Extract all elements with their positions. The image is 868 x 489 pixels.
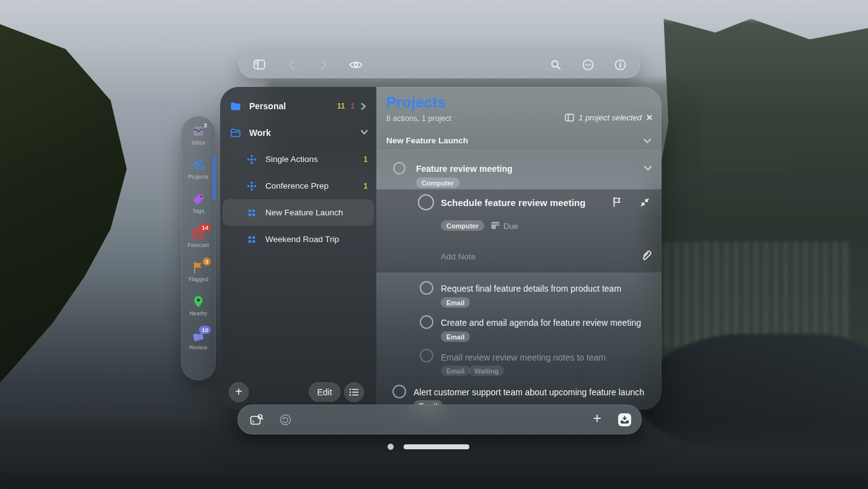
background-trees — [645, 19, 868, 366]
quick-open-icon[interactable] — [250, 414, 264, 426]
task-checkbox[interactable] — [418, 194, 434, 210]
forecast-badge: 14 — [199, 223, 211, 231]
view-eye-icon[interactable] — [349, 58, 363, 71]
count-badge-yellow: 1 — [363, 182, 368, 191]
due-calendar-icon[interactable] — [490, 220, 500, 230]
forward-icon[interactable] — [317, 58, 330, 71]
rail-label-nearby: Nearby — [190, 310, 208, 316]
undo-icon[interactable] — [280, 414, 291, 426]
sidebar-item-label: Conference Prep — [265, 181, 329, 191]
folder-open-icon — [230, 127, 241, 138]
tag-pill[interactable]: Email — [441, 297, 470, 308]
rail-item-tags[interactable]: Tags — [181, 192, 216, 227]
rail-label-inbox: Inbox — [192, 140, 205, 146]
sidebar-item-label: New Feature Launch — [265, 208, 343, 217]
background-rock — [639, 334, 868, 452]
attachment-paperclip-icon[interactable] — [640, 249, 652, 261]
folder-icon — [230, 101, 241, 112]
single-actions-icon — [246, 154, 257, 165]
rail-item-flagged[interactable]: 3 Flagged — [181, 261, 216, 295]
forecast-icon: 14 — [192, 227, 205, 240]
search-icon[interactable] — [549, 58, 562, 71]
rail-item-nearby[interactable]: Nearby — [181, 295, 216, 329]
back-icon[interactable] — [285, 58, 298, 71]
chevron-down-icon[interactable] — [644, 165, 652, 171]
sidebar-footer: + Edit — [220, 382, 376, 402]
count-badge-yellow: 1 — [363, 155, 368, 164]
flag-icon[interactable] — [613, 197, 622, 207]
projects-content: Projects 8 actions, 1 project 1 project … — [376, 87, 662, 410]
note-placeholder[interactable]: Add Note — [441, 252, 476, 261]
rail-item-forecast[interactable]: 14 Forecast — [181, 227, 216, 261]
sidebar-toggle-icon[interactable] — [252, 58, 266, 71]
due-label[interactable]: Due — [503, 222, 518, 231]
rail-item-review[interactable]: 10 Review — [181, 329, 216, 363]
flagged-icon: 3 — [192, 261, 205, 274]
task-title[interactable]: Create and email agenda for feature revi… — [441, 318, 641, 328]
nearby-icon — [192, 295, 205, 308]
review-badge: 10 — [199, 326, 211, 334]
omnifocus-window: Personal 11 1 Work — [220, 87, 662, 410]
inbox-badge: 2 — [202, 121, 210, 129]
tag-pill[interactable]: Email — [441, 366, 470, 376]
sidebar-item-new-feature-launch[interactable]: New Feature Launch — [223, 199, 374, 226]
page-title: Projects — [386, 94, 446, 111]
task-checkbox[interactable] — [392, 385, 406, 398]
inbox-icon: 2 — [192, 124, 205, 138]
project-group-header[interactable]: New Feature Launch — [376, 132, 662, 150]
task-checkbox[interactable] — [393, 162, 405, 174]
more-options-icon[interactable] — [581, 58, 595, 71]
rail-label-tags: Tags — [193, 208, 205, 214]
task-title[interactable]: Email review review meeting notes to tea… — [441, 352, 606, 362]
sidebar-item-single-actions[interactable]: Single Actions 1 — [220, 146, 376, 173]
view-options-button[interactable] — [344, 382, 364, 402]
sidebar-item-conference-prep[interactable]: Conference Prep 1 — [220, 173, 376, 199]
sidebar-item-personal[interactable]: Personal 11 1 — [220, 92, 376, 119]
collapse-icon[interactable] — [640, 197, 650, 207]
new-item-button[interactable]: + — [593, 411, 601, 428]
task-checkbox[interactable] — [420, 349, 433, 362]
background-water-reflection — [645, 242, 849, 348]
selected-pane-icon — [565, 114, 574, 122]
edit-button[interactable]: Edit — [309, 382, 340, 402]
rail-item-projects[interactable]: Projects — [181, 158, 216, 192]
tags-icon — [192, 192, 205, 206]
review-icon: 10 — [192, 329, 205, 343]
rail-item-inbox[interactable]: 2 Inbox — [181, 124, 216, 158]
selection-status-label: 1 project selected — [578, 113, 642, 122]
task-title[interactable]: Alert customer support team about upcomi… — [414, 387, 644, 397]
sidebar-item-weekend-road-trip[interactable]: Weekend Road Trip — [220, 226, 376, 253]
projects-sidebar: Personal 11 1 Work — [220, 87, 376, 410]
count-badge-red: 1 — [350, 102, 355, 110]
sidebar-item-label: Single Actions — [265, 155, 318, 164]
info-icon[interactable] — [613, 58, 627, 71]
window-drag-bar[interactable] — [404, 444, 469, 449]
page-subtitle: 8 actions, 1 project — [386, 114, 451, 123]
task-title[interactable]: Request final feature details from produ… — [441, 284, 621, 294]
task-checkbox[interactable] — [420, 281, 433, 295]
bottom-toolbar: + — [237, 405, 642, 434]
send-to-inbox-button[interactable] — [618, 413, 632, 427]
top-toolbar — [239, 51, 640, 78]
chevron-down-icon[interactable] — [643, 138, 652, 144]
add-item-button[interactable]: + — [229, 382, 249, 402]
sidebar-item-label: Work — [249, 128, 271, 138]
close-selection-icon[interactable]: ✕ — [646, 114, 653, 122]
sidebar-item-work[interactable]: Work — [220, 119, 376, 146]
group-header-label: New Feature Launch — [386, 136, 468, 145]
perspective-rail: 2 Inbox Projects Tags 14 Forecast 3 Flag… — [181, 116, 216, 380]
rail-label-forecast: Forecast — [188, 242, 210, 248]
window-close-button[interactable] — [388, 444, 394, 450]
tag-pill[interactable]: Waiting — [469, 366, 504, 376]
task-checkbox[interactable] — [420, 315, 433, 329]
task-title[interactable]: Feature review meeting — [416, 164, 513, 174]
rail-label-flagged: Flagged — [188, 276, 208, 282]
selection-status: 1 project selected ✕ — [565, 113, 653, 122]
chevron-right-icon — [360, 102, 368, 110]
tag-pill[interactable]: Email — [441, 331, 470, 342]
tag-pill[interactable]: Computer — [416, 177, 459, 188]
task-title[interactable]: Schedule feature review meeting — [441, 197, 585, 208]
chevron-down-icon — [360, 129, 368, 137]
tag-pill[interactable]: Computer — [441, 220, 484, 231]
sidebar-item-label: Weekend Road Trip — [265, 235, 339, 244]
